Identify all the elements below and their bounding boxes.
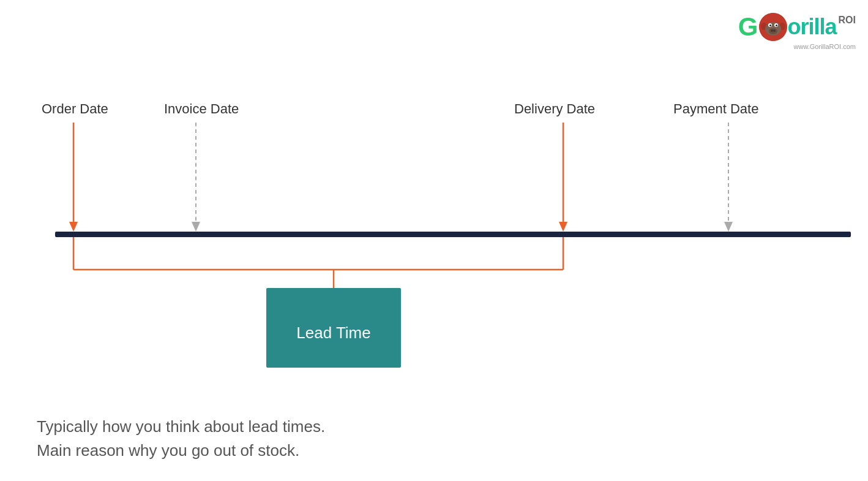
diagram-svg: Order Date Invoice Date Delivery Date Pa… bbox=[0, 80, 868, 404]
svg-point-9 bbox=[771, 29, 773, 32]
logo-gorilla-text: orilla bbox=[788, 14, 837, 40]
svg-marker-16 bbox=[559, 222, 567, 232]
svg-point-7 bbox=[776, 25, 777, 26]
lead-time-label: Lead Time bbox=[296, 324, 370, 342]
logo-g-letter: G bbox=[738, 12, 758, 42]
gorilla-icon bbox=[759, 13, 787, 41]
svg-marker-14 bbox=[192, 222, 200, 232]
svg-marker-18 bbox=[724, 222, 733, 232]
payment-date-label: Payment Date bbox=[673, 101, 758, 116]
svg-point-8 bbox=[769, 28, 777, 34]
logo-url: www.GorillaROI.com bbox=[794, 43, 856, 50]
delivery-date-label: Delivery Date bbox=[514, 101, 595, 116]
bottom-text-line2: Main reason why you go out of stock. bbox=[37, 439, 325, 463]
logo: G orilla ROI w bbox=[738, 12, 856, 50]
timeline-bar bbox=[55, 232, 851, 237]
bottom-text-line1: Typically how you think about lead times… bbox=[37, 415, 325, 439]
svg-marker-12 bbox=[69, 222, 78, 232]
invoice-date-label: Invoice Date bbox=[164, 101, 239, 116]
svg-point-10 bbox=[773, 29, 776, 32]
svg-point-6 bbox=[769, 25, 771, 26]
order-date-label: Order Date bbox=[42, 101, 108, 116]
bottom-text: Typically how you think about lead times… bbox=[37, 415, 325, 463]
logo-roi-label: ROI bbox=[839, 15, 856, 26]
